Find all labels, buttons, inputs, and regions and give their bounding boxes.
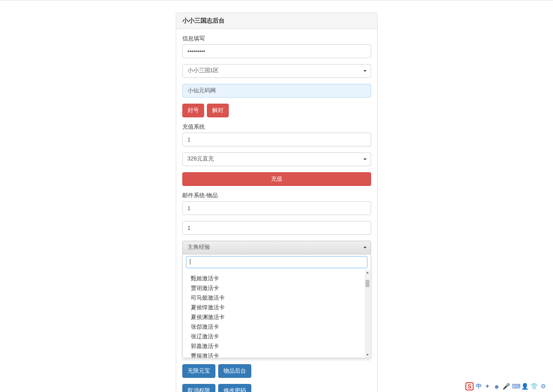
scroll-up-icon[interactable] (366, 272, 369, 273)
ban-button[interactable]: 封号 (182, 104, 204, 117)
server-select[interactable]: 小小三国1区 (182, 64, 371, 78)
item-backend-button[interactable]: 物品后台 (218, 364, 251, 378)
dropdown-item[interactable]: 夏侯惇激活卡 (183, 303, 371, 313)
unban-button[interactable]: 解封 (207, 104, 229, 117)
recharge-section: 充值系统 (182, 123, 371, 146)
username-input[interactable] (182, 84, 371, 98)
dropdown-list[interactable]: … 甄姬激活卡 贾诩激活卡 司马懿激活卡 夏侯惇激活卡 夏侯渊激活卡 张郃激活卡… (183, 270, 371, 358)
server-selected-text: 小小三国1区 (188, 67, 219, 73)
recharge-amount-select[interactable]: 328元直充 (182, 152, 371, 166)
dropdown-item[interactable]: 甄姬激活卡 (183, 274, 371, 284)
scroll-down-icon[interactable] (366, 354, 369, 356)
unlimited-gold-button[interactable]: 无限元宝 (182, 364, 215, 378)
mail-section: 邮件系统-物品 (182, 192, 371, 215)
dropdown-item-partial-top[interactable]: … (183, 271, 371, 274)
ime-settings-icon[interactable]: ⚙ (540, 383, 547, 390)
cancel-perm-button[interactable]: 取消权限 (182, 384, 215, 392)
dropdown-item[interactable]: 张郃激活卡 (183, 322, 371, 332)
scroll-thumb[interactable] (365, 280, 369, 287)
mail-label: 邮件系统-物品 (182, 192, 371, 199)
admin-panel: 小小三国志后台 信息填写 小小三国1区 封号 解封 充值系统 328元直充 (176, 13, 378, 392)
password-input[interactable] (182, 44, 371, 58)
dropdown-item[interactable]: 司马懿激活卡 (183, 293, 371, 303)
dropdown-item[interactable]: 郭嘉激活卡 (183, 342, 371, 351)
ime-toolbar: S 中 ✦ ☻ 🎤 ⌨ 👤 👕 ⚙ (463, 381, 549, 392)
ime-emoji-icon[interactable]: ☻ (493, 383, 500, 390)
ime-lang-indicator[interactable]: 中 (476, 383, 482, 390)
ime-voice-icon[interactable]: 🎤 (503, 383, 509, 390)
dropdown-item[interactable]: 贾诩激活卡 (183, 284, 371, 293)
top-divider (0, 0, 553, 0)
info-label: 信息填写 (182, 35, 371, 42)
info-section: 信息填写 (182, 35, 371, 58)
panel-title: 小小三国志后台 (176, 13, 377, 29)
dropdown-search-input[interactable]: | (186, 256, 367, 268)
ime-punct-icon[interactable]: ✦ (484, 383, 491, 390)
change-pwd-button[interactable]: 修改密码 (218, 384, 251, 392)
recharge-amount-text: 328元直充 (188, 155, 214, 162)
recharge-submit-button[interactable]: 充值 (182, 172, 371, 186)
panel-body: 信息填写 小小三国1区 封号 解封 充值系统 328元直充 充值 (176, 29, 377, 392)
recharge-qty-input[interactable] (182, 133, 371, 146)
dropdown-scrollbar[interactable] (365, 270, 370, 357)
ime-user-icon[interactable]: 👤 (521, 383, 528, 390)
dropdown-item[interactable]: 夏侯渊激活卡 (183, 313, 371, 322)
mail-item-dropdown: | … 甄姬激活卡 贾诩激活卡 司马懿激活卡 夏侯惇激活卡 夏侯渊激活卡 张郃激… (182, 254, 371, 358)
cursor-indicator: | (190, 258, 191, 265)
dropdown-item[interactable]: 张辽激活卡 (183, 332, 371, 342)
mail-item-select[interactable]: 主角经验 (182, 241, 371, 254)
recharge-label: 充值系统 (182, 123, 371, 131)
mail-field2-input[interactable] (182, 221, 371, 235)
mail-field1-input[interactable] (182, 201, 371, 215)
mail-item-selected-text: 主角经验 (188, 244, 210, 250)
dropdown-item[interactable]: 曹操激活卡 (183, 351, 371, 358)
ime-skin-icon[interactable]: 👕 (530, 383, 537, 390)
ime-logo-icon[interactable]: S (465, 382, 474, 390)
ime-keyboard-icon[interactable]: ⌨ (512, 383, 519, 390)
